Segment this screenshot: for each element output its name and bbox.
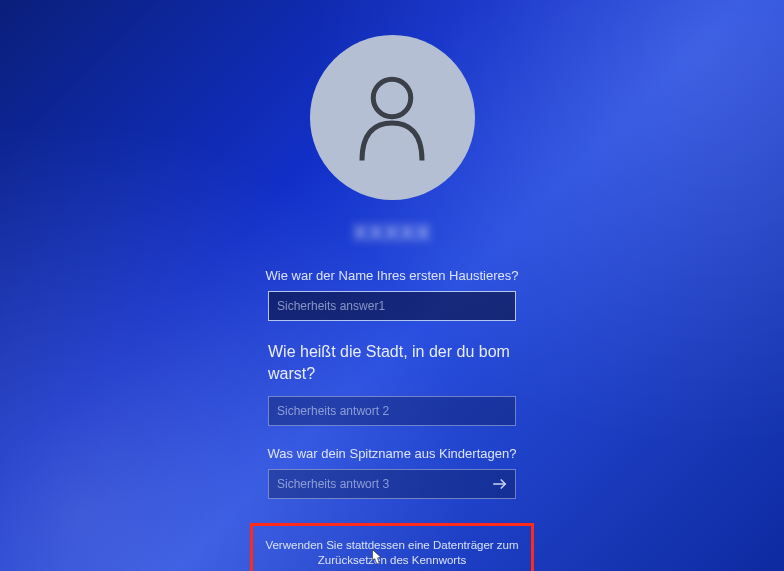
avatar [310, 35, 475, 200]
use-password-reset-disk-link[interactable]: Verwenden Sie stattdessen eine Datenträg… [261, 538, 523, 568]
reset-disk-link-highlight: Verwenden Sie stattdessen eine Datenträg… [250, 523, 534, 571]
svg-point-0 [373, 79, 411, 117]
security-answer-3-input[interactable] [268, 469, 516, 499]
answer-2-row [268, 396, 516, 426]
user-icon [352, 73, 432, 163]
submit-arrow-icon[interactable] [488, 472, 512, 496]
security-question-2: Wie heißt die Stadt, in der du bom warst… [268, 341, 516, 384]
login-security-questions-panel: XXXXX Wie war der Name Ihres ersten Haus… [132, 35, 652, 571]
security-question-3: Was war dein Spitzname aus Kindertagen? [242, 446, 542, 461]
security-question-1: Wie war der Name Ihres ersten Haustieres… [242, 268, 542, 283]
answer-3-row [268, 469, 516, 499]
answer-1-row [268, 291, 516, 321]
username-label: XXXXX [353, 220, 431, 246]
security-answer-1-input[interactable] [268, 291, 516, 321]
security-answer-2-input[interactable] [268, 396, 516, 426]
